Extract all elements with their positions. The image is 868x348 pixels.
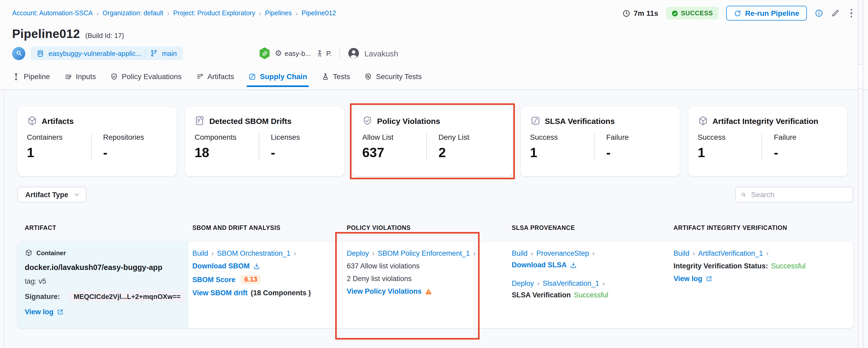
stat-label: Allow List <box>362 133 426 141</box>
step-link[interactable]: SlsaVerification_1 <box>542 279 599 287</box>
breadcrumb-organization[interactable]: Organization: default <box>102 9 163 17</box>
signature-value[interactable]: MEQCICde2Vjl...L+2+mqnOXw== <box>68 291 186 302</box>
edit-pipeline-button[interactable] <box>831 9 839 18</box>
chevron-right-icon: › <box>692 249 695 257</box>
repository-icon <box>36 49 44 57</box>
trigger-label: easy-b... <box>285 49 311 57</box>
vertical-scrollbar[interactable] <box>858 0 863 348</box>
sbom-score-link[interactable]: SBOM Score <box>192 276 236 283</box>
artifact-type-select[interactable]: Artifact Type <box>18 187 87 202</box>
column-header-artifact: ARTIFACT <box>18 225 189 231</box>
card-detected-sbom-drifts: Detected SBOM Drifts Components18 Licens… <box>185 107 344 176</box>
stage-link[interactable]: Deploy <box>347 249 369 257</box>
stat-value: - <box>774 145 838 160</box>
pipeline-icon <box>12 72 20 80</box>
stat-value: - <box>271 145 335 160</box>
repository-name: easybuggy-vulnerable-applic... <box>49 49 142 57</box>
git-branch-icon <box>151 50 158 57</box>
stat-label: Containers <box>27 133 91 141</box>
step-link[interactable]: SBOM Policy Enforcement_1 <box>378 249 470 257</box>
tab-inputs[interactable]: Inputs <box>64 72 96 87</box>
shield-check-icon <box>110 72 118 80</box>
stat-label: Success <box>530 133 594 141</box>
view-policy-violations-link[interactable]: View Policy Violations <box>347 287 422 295</box>
integrity-status: Successful <box>771 262 806 270</box>
integrity-status-label: Integrity Verification Status: <box>674 262 768 270</box>
chevron-right-icon: › <box>259 9 261 17</box>
card-slsa-verifications: SLSA Verifications Success1 Failure- <box>521 107 680 176</box>
flask-icon <box>321 72 329 80</box>
view-log-link[interactable]: View log <box>25 308 54 316</box>
policy-violations-cell: Deploy › SBOM Policy Enforcement_1 › 637… <box>335 241 496 328</box>
stat-label: Success <box>698 133 762 141</box>
cube-icon <box>25 249 33 257</box>
run-duration: 7m 11s <box>623 9 658 18</box>
sbom-cell: Build › SBOM Orchestration_1 › Download … <box>189 241 335 328</box>
tab-supply-chain[interactable]: Supply Chain <box>248 72 307 87</box>
table-row: Container docker.io/lavakush07/easy-bugg… <box>18 241 853 328</box>
external-link-icon <box>705 275 712 282</box>
chevron-down-icon <box>73 191 81 198</box>
repository-link[interactable]: easybuggy-vulnerable-applic... main <box>31 47 183 60</box>
tab-policy-evaluations[interactable]: Policy Evaluations <box>110 72 182 87</box>
more-options-button[interactable] <box>847 8 855 19</box>
pencil-icon <box>831 9 839 18</box>
tab-artifacts[interactable]: Artifacts <box>196 72 234 87</box>
chevron-right-icon: › <box>531 249 533 257</box>
sbom-drift-components: (18 Components ) <box>251 289 311 297</box>
stage-link[interactable]: Deploy <box>512 279 534 287</box>
column-header-integrity: ARTIFACT INTEGRITY VERIFICATION <box>661 225 853 231</box>
page-header: Account: Automation-SSCA › Organization:… <box>0 0 868 90</box>
breadcrumb-pipeline012[interactable]: Pipeline012 <box>302 9 336 17</box>
integrity-cell: Build › ArtifactVerification_1 › Integri… <box>661 241 853 328</box>
stat-value: 2 <box>438 145 502 160</box>
sliders-icon <box>64 72 72 80</box>
tab-pipeline[interactable]: Pipeline <box>12 72 50 87</box>
chevron-right-icon: › <box>167 9 169 17</box>
user-avatar <box>348 48 360 59</box>
stat-value: - <box>103 145 167 160</box>
column-header-sbom: SBOM AND DRIFT ANALYSIS <box>189 225 335 231</box>
stat-value: 637 <box>362 145 426 160</box>
breadcrumb-account[interactable]: Account: Automation-SSCA <box>12 9 93 17</box>
download-slsa-link[interactable]: Download SLSA <box>512 261 567 269</box>
stat-value: - <box>606 145 670 160</box>
view-log-link[interactable]: View log <box>674 275 702 283</box>
stat-label: Components <box>194 133 258 141</box>
download-icon <box>570 261 577 269</box>
executor-info: P. <box>316 49 332 57</box>
card-artifact-integrity-verification: Artifact Integrity Verification Success1… <box>688 107 847 176</box>
link-icon <box>261 50 268 57</box>
card-title: Policy Violations <box>377 116 440 125</box>
breadcrumb-project[interactable]: Project: Product Exploratory <box>173 9 255 17</box>
step-link[interactable]: SBOM Orchestration_1 <box>217 249 290 257</box>
stat-label: Deny List <box>438 133 502 141</box>
tab-security-tests[interactable]: Security Tests <box>365 72 422 87</box>
search-input[interactable] <box>750 190 847 199</box>
artifact-tag: tag: v5 <box>25 277 46 285</box>
chevron-right-icon: › <box>96 9 99 17</box>
document-cube-icon <box>194 115 205 126</box>
step-link[interactable]: ArtifactVerification_1 <box>698 249 763 257</box>
stage-link[interactable]: Build <box>512 249 528 257</box>
shield-search-icon <box>365 72 372 80</box>
step-link[interactable]: ProvenanceStep <box>536 249 589 257</box>
check-circle-icon <box>672 10 678 17</box>
card-title: Detected SBOM Drifts <box>209 116 291 125</box>
download-sbom-link[interactable]: Download SBOM <box>192 262 250 270</box>
stage-link[interactable]: Build <box>674 249 689 257</box>
screen: Account: Automation-SSCA › Organization:… <box>0 0 868 348</box>
card-policy-violations: Policy Violations Allow List637 Deny Lis… <box>353 107 512 176</box>
shield-check-icon <box>362 115 373 126</box>
stat-label: Failure <box>606 133 670 141</box>
tab-tests[interactable]: Tests <box>321 72 350 87</box>
breadcrumb-pipelines[interactable]: Pipelines <box>265 9 292 17</box>
info-button[interactable] <box>814 9 823 18</box>
scrollbar-thumb[interactable] <box>859 64 863 89</box>
stage-link[interactable]: Build <box>192 249 208 257</box>
search-box <box>735 187 853 202</box>
artifact-type: Container <box>36 249 66 257</box>
view-sbom-drift-link[interactable]: View SBOM drift <box>192 289 248 297</box>
stat-value: 1 <box>530 145 594 160</box>
rerun-pipeline-button[interactable]: Re-run Pipeline <box>726 6 807 21</box>
